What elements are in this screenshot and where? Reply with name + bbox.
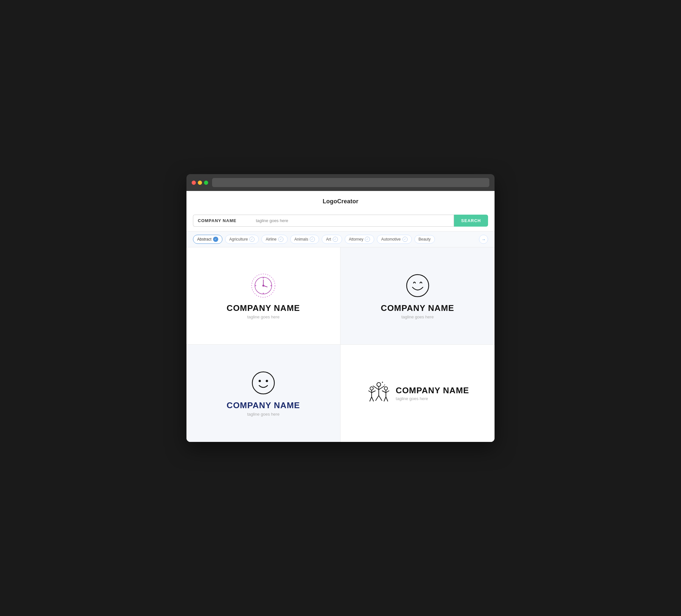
automotive-label: Automotive bbox=[381, 237, 401, 241]
category-agriculture[interactable]: Agriculture ✓ bbox=[225, 235, 259, 244]
art-label: Art bbox=[326, 237, 331, 241]
logo-company-name-2: COMPANY NAME bbox=[381, 303, 454, 313]
logo-company-name-4: COMPANY NAME bbox=[396, 385, 469, 395]
company-name-input[interactable] bbox=[193, 215, 251, 227]
maximize-button[interactable] bbox=[204, 181, 208, 185]
app-header: LogoCreator bbox=[186, 191, 495, 210]
svg-point-19 bbox=[370, 387, 373, 390]
logo-tagline-2: tagline goes here bbox=[401, 314, 434, 319]
svg-point-11 bbox=[259, 380, 261, 382]
attorney-label: Attorney bbox=[349, 237, 363, 241]
logo-icon-1 bbox=[250, 273, 276, 299]
minimize-button[interactable] bbox=[198, 181, 202, 185]
svg-point-12 bbox=[266, 380, 268, 382]
svg-line-21 bbox=[369, 391, 372, 393]
browser-chrome bbox=[186, 174, 495, 191]
app-content: LogoCreator SEARCH Abstract ✓ Agricultur… bbox=[186, 191, 495, 442]
agriculture-check-icon: ✓ bbox=[249, 237, 255, 242]
logo-card-2[interactable]: COMPANY NAME tagline goes here bbox=[340, 247, 495, 344]
category-filter: Abstract ✓ Agriculture ✓ Airline ✓ Anima… bbox=[186, 231, 495, 247]
svg-line-24 bbox=[372, 397, 374, 401]
category-next-arrow[interactable]: → bbox=[479, 235, 488, 244]
svg-point-13 bbox=[377, 383, 381, 386]
category-beauty[interactable]: Beauty bbox=[414, 235, 435, 243]
logo-icon-4: ✦ · ✦ bbox=[366, 379, 392, 408]
svg-point-7 bbox=[263, 293, 264, 294]
attorney-check-icon: ✓ bbox=[365, 237, 370, 242]
svg-text:·: · bbox=[377, 380, 377, 382]
keyword-input[interactable] bbox=[316, 215, 454, 227]
category-abstract[interactable]: Abstract ✓ bbox=[193, 235, 223, 244]
category-automotive[interactable]: Automotive ✓ bbox=[377, 235, 411, 244]
browser-window: LogoCreator SEARCH Abstract ✓ Agricultur… bbox=[186, 174, 495, 442]
svg-point-5 bbox=[263, 277, 264, 279]
svg-point-6 bbox=[271, 285, 272, 286]
logo-tagline-1: tagline goes here bbox=[247, 314, 280, 319]
animals-check-icon: ✓ bbox=[310, 237, 315, 242]
svg-line-28 bbox=[386, 391, 389, 393]
abstract-check-icon: ✓ bbox=[213, 237, 218, 242]
art-check-icon: ✓ bbox=[333, 237, 338, 242]
svg-line-22 bbox=[372, 391, 376, 393]
svg-point-8 bbox=[255, 285, 256, 286]
airline-label: Airline bbox=[266, 237, 276, 241]
logo-card-1[interactable]: COMPANY NAME tagline goes here bbox=[186, 247, 340, 344]
svg-line-18 bbox=[379, 395, 382, 401]
svg-line-23 bbox=[370, 397, 372, 401]
logo-tagline-3: tagline goes here bbox=[247, 412, 280, 417]
search-bar: SEARCH bbox=[186, 210, 495, 231]
abstract-label: Abstract bbox=[197, 237, 211, 241]
logo-company-name-3: COMPANY NAME bbox=[227, 401, 300, 410]
automotive-check-icon: ✓ bbox=[402, 237, 408, 242]
logo-tagline-4: tagline goes here bbox=[396, 396, 469, 401]
svg-line-29 bbox=[384, 397, 386, 401]
address-bar[interactable] bbox=[212, 178, 489, 187]
category-animals[interactable]: Animals ✓ bbox=[290, 235, 320, 244]
svg-point-10 bbox=[252, 372, 274, 394]
logo-card-3[interactable]: COMPANY NAME tagline goes here bbox=[186, 344, 340, 442]
logo-card-4[interactable]: ✦ · ✦ COMPANY NAME tagline goes here bbox=[340, 344, 495, 442]
logo-grid: COMPANY NAME tagline goes here bbox=[186, 247, 495, 442]
search-button[interactable]: SEARCH bbox=[454, 215, 488, 227]
agriculture-label: Agriculture bbox=[229, 237, 248, 241]
close-button[interactable] bbox=[192, 181, 196, 185]
traffic-lights bbox=[192, 181, 208, 185]
svg-line-17 bbox=[376, 395, 379, 401]
category-attorney[interactable]: Attorney ✓ bbox=[345, 235, 375, 244]
tagline-input[interactable] bbox=[251, 215, 316, 227]
app-title: LogoCreator bbox=[323, 198, 358, 205]
airline-check-icon: ✓ bbox=[278, 237, 283, 242]
animals-label: Animals bbox=[295, 237, 308, 241]
svg-text:✦: ✦ bbox=[381, 381, 384, 384]
svg-line-30 bbox=[386, 397, 388, 401]
category-art[interactable]: Art ✓ bbox=[322, 235, 342, 244]
svg-point-9 bbox=[407, 275, 429, 297]
logo-icon-2 bbox=[405, 273, 431, 299]
category-airline[interactable]: Airline ✓ bbox=[261, 235, 287, 244]
logo-company-name-1: COMPANY NAME bbox=[227, 303, 300, 313]
svg-point-25 bbox=[384, 387, 387, 390]
logo-inline-4: ✦ · ✦ COMPANY NAME tagline goes here bbox=[366, 379, 469, 408]
svg-text:✦: ✦ bbox=[384, 384, 385, 385]
logo-text-4: COMPANY NAME tagline goes here bbox=[396, 385, 469, 401]
beauty-label: Beauty bbox=[419, 237, 431, 241]
logo-icon-3 bbox=[250, 370, 276, 396]
svg-line-27 bbox=[382, 391, 386, 393]
